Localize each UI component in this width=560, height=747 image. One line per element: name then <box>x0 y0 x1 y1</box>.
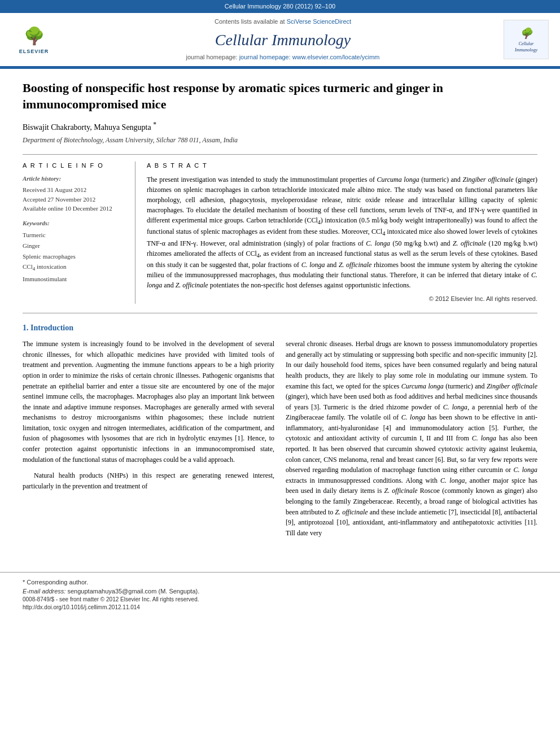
top-bar: Cellular Immunology 280 (2012) 92–100 <box>0 0 560 13</box>
keyword-ginger: Ginger <box>23 241 126 251</box>
introduction-heading: 1. Introduction <box>23 322 537 334</box>
available-date: Available online 10 December 2012 <box>23 204 126 213</box>
sciverse-line: Contents lists available at SciVerse Sci… <box>68 18 498 26</box>
keyword-splenic: Splenic macrophages <box>23 251 126 262</box>
article-info-abstract: A R T I C L E I N F O Article history: R… <box>23 154 537 304</box>
article-info-label: A R T I C L E I N F O <box>23 161 126 170</box>
intro-col-right: several chronic diseases. Herbal drugs a… <box>286 339 537 544</box>
article-info: A R T I C L E I N F O Article history: R… <box>23 161 135 304</box>
copyright: © 2012 Elsevier Inc. All rights reserved… <box>147 295 537 303</box>
journal-mini-logo: 🌳 CellularImmunology <box>504 20 549 59</box>
email-address[interactable]: senguptamahuya35@gmail.com <box>67 588 156 595</box>
journal-header: 🌳 ELSEVIER Contents lists available at S… <box>0 13 560 67</box>
keywords-title: Keywords: <box>23 219 126 228</box>
issn-line: 0008-8749/$ - see front matter © 2012 El… <box>23 596 199 604</box>
keyword-ccl4: CCl4 intoxication <box>23 261 126 274</box>
email-suffix: (M. Sengupta). <box>158 588 199 595</box>
corresponding-note: * Corresponding author. E-mail address: … <box>23 578 537 596</box>
sciverse-link[interactable]: SciVerse ScienceDirect <box>287 18 351 25</box>
article-history: Article history: Received 31 August 2012… <box>23 174 126 213</box>
keyword-turmeric: Turmeric <box>23 230 126 241</box>
keywords-section: Keywords: Turmeric Ginger Splenic macrop… <box>23 219 126 285</box>
page-footer: * Corresponding author. E-mail address: … <box>0 572 560 615</box>
mini-logo-text: 🌳 CellularImmunology <box>515 27 537 54</box>
star-symbol: * Corresponding author. <box>23 579 88 586</box>
keyword-immunostimulant: Immunostimulant <box>23 274 126 285</box>
received-date: Received 31 August 2012 <box>23 185 126 195</box>
homepage-url[interactable]: journal homepage: www.elsevier.com/locat… <box>239 54 380 60</box>
journal-title: Cellular Immunology <box>68 29 498 51</box>
elsevier-logo-area: 🌳 ELSEVIER <box>11 24 62 55</box>
history-title: Article history: <box>23 174 126 183</box>
authors: Biswajit Chakraborty, Mahuya Sengupta * <box>23 121 537 133</box>
footer-row: 0008-8749/$ - see front matter © 2012 El… <box>23 596 537 604</box>
journal-homepage: journal homepage: journal homepage: www.… <box>68 53 498 62</box>
sciverse-prefix: Contents lists available at <box>215 18 285 25</box>
email-label: E-mail address: senguptamahuya35@gmail.c… <box>23 588 199 595</box>
elsevier-tree-icon: 🌳 <box>24 24 45 48</box>
accepted-date: Accepted 27 November 2012 <box>23 195 126 204</box>
doi-line[interactable]: http://dx.doi.org/10.1016/j.cellimm.2012… <box>23 604 537 611</box>
elsevier-name: ELSEVIER <box>19 48 49 55</box>
abstract-col: A B S T R A C T The present investigatio… <box>147 161 537 304</box>
journal-header-center: Contents lists available at SciVerse Sci… <box>68 18 498 62</box>
intro-para-1: The immune system is increasingly found … <box>23 339 274 465</box>
affiliation: Department of Biotechnology, Assam Unive… <box>23 136 537 145</box>
abstract-text: The present investigation was intended t… <box>147 174 537 290</box>
abstract-label: A B S T R A C T <box>147 161 537 170</box>
journal-citation: Cellular Immunology 280 (2012) 92–100 <box>225 3 335 10</box>
author-names: Biswajit Chakraborty, Mahuya Sengupta * <box>23 123 156 132</box>
body-two-col: The immune system is increasingly found … <box>23 339 537 544</box>
intro-col-left: The immune system is increasingly found … <box>23 339 274 544</box>
intro-para-2: Natural health products (NHPs) in this r… <box>23 470 274 491</box>
intro-para-3: several chronic diseases. Herbal drugs a… <box>286 339 537 538</box>
main-content: Boosting of nonspecific host response by… <box>0 69 560 561</box>
section-divider <box>23 313 537 313</box>
introduction-section: 1. Introduction The immune system is inc… <box>23 322 537 544</box>
elsevier-logo: 🌳 ELSEVIER <box>11 24 56 55</box>
article-title: Boosting of nonspecific host response by… <box>23 80 537 112</box>
